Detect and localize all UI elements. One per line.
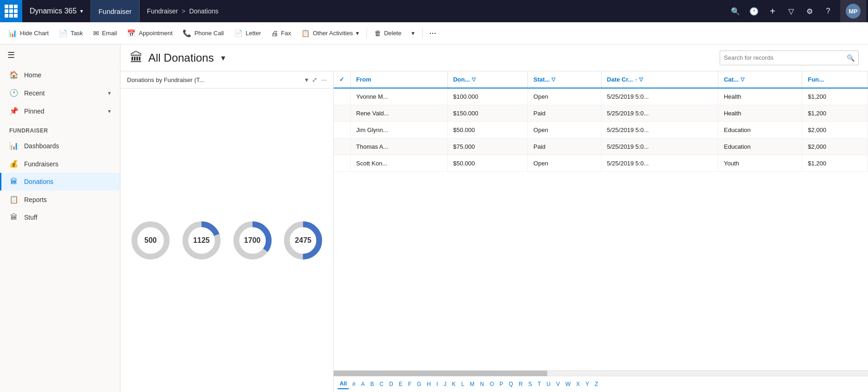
alpha-item-v[interactable]: V [554,379,562,389]
delete-chevron-button[interactable]: ▾ [407,25,419,42]
table-container[interactable]: ✓ From Don... ▽ [334,71,868,370]
alpha-item-z[interactable]: Z [592,379,600,389]
page-header: 🏛 All Donations ▾ 🔍 [120,44,868,71]
alpha-item-i[interactable]: I [434,379,440,389]
alpha-item-a[interactable]: A [359,379,367,389]
alpha-item-n[interactable]: N [478,379,487,389]
sidebar-item-recent[interactable]: 🕐 Recent ▾ [0,84,120,102]
th-status[interactable]: Stat... ▽ [528,71,601,88]
chart-more-icon[interactable]: ··· [321,76,327,83]
add-icon-button[interactable]: + [764,3,781,19]
th-check[interactable]: ✓ [334,71,350,88]
alpha-item-m[interactable]: M [468,379,477,389]
table-row[interactable]: Scott Kon... $50.000 Open 5/25/2019 5:0.… [334,155,868,172]
alpha-item-c[interactable]: C [377,379,386,389]
alpha-item-b[interactable]: B [368,379,376,389]
recent-chevron-icon: ▾ [108,90,111,96]
sidebar-item-pinned[interactable]: 📌 Pinned ▾ [0,102,120,120]
top-nav: Dynamics 365 ▾ Fundraiser Fundraiser > D… [0,0,868,22]
th-date[interactable]: Date Cr... ↑ ▽ [601,71,718,88]
row-check[interactable] [334,155,350,172]
cell-status: Open [528,122,601,139]
chart-expand-icon[interactable]: ⤢ [312,76,317,83]
sidebar-item-fundraisers[interactable]: 💰 Fundraisers [0,155,120,173]
letter-button[interactable]: 📄 Letter [229,25,266,42]
fax-button[interactable]: 🖨 Fax [266,25,296,42]
table-row[interactable]: Thomas A... $75.000 Paid 5/25/2019 5:0..… [334,139,868,155]
delete-button[interactable]: 🗑 Delete [370,25,406,42]
category-filter-icon: ▽ [741,76,744,82]
appointment-button[interactable]: 📅 Appointment [122,25,177,42]
alpha-item-x[interactable]: X [574,379,582,389]
alpha-item-all[interactable]: All [337,379,349,389]
search-icon-button[interactable]: 🔍 [727,3,744,19]
search-box[interactable]: 🔍 [720,51,859,65]
search-input[interactable] [720,54,843,61]
alpha-item-#[interactable]: # [350,379,358,389]
cell-fundraiser: $1,200 [802,155,868,172]
cell-fundraiser: $1,200 [802,105,868,122]
breadcrumb-current: Donations [189,7,218,15]
brand-chevron-icon: ▾ [80,8,83,14]
th-category[interactable]: Cat... ▽ [718,71,802,88]
alpha-item-g[interactable]: G [415,379,424,389]
task-label: Task [70,30,83,37]
sidebar-item-home[interactable]: 🏠 Home [0,66,120,84]
alpha-item-l[interactable]: L [459,379,467,389]
cell-from: Yvonne M... [350,88,447,105]
appointment-icon: 📅 [127,29,136,38]
settings-icon-button[interactable]: ⚙ [801,3,818,19]
alpha-item-w[interactable]: W [563,379,573,389]
th-donation[interactable]: Don... ▽ [447,71,527,88]
row-check[interactable] [334,105,350,122]
alpha-item-k[interactable]: K [450,379,458,389]
brand-area[interactable]: Dynamics 365 ▾ [22,0,91,22]
date-filter-icon: ▽ [639,76,643,82]
th-from[interactable]: From [350,71,447,88]
alpha-item-q[interactable]: Q [507,379,515,389]
data-table: ✓ From Don... ▽ [334,71,868,172]
alpha-item-f[interactable]: F [405,379,413,389]
row-check[interactable] [334,139,350,155]
table-row[interactable]: Rene Vald... $150.000 Paid 5/25/2019 5:0… [334,105,868,122]
filter-icon-button[interactable]: ▽ [783,3,799,19]
alpha-item-e[interactable]: E [396,379,405,389]
alpha-item-t[interactable]: T [535,379,543,389]
row-check[interactable] [334,122,350,139]
sidebar-item-reports[interactable]: 📋 Reports [0,190,120,209]
hide-chart-button[interactable]: 📊 Hide Chart [4,25,53,42]
app-grid-button[interactable] [0,0,22,22]
alpha-item-h[interactable]: H [424,379,433,389]
fundraisers-icon: 💰 [9,159,19,168]
sidebar-item-donations[interactable]: 🏛 Donations [0,173,120,190]
cell-category: Education [718,122,802,139]
horizontal-scrollbar[interactable] [334,370,868,376]
alpha-item-d[interactable]: D [387,379,396,389]
alpha-item-p[interactable]: P [497,379,506,389]
email-button[interactable]: ✉ Email [89,25,122,42]
sidebar-item-stuff[interactable]: 🏛 Stuff [0,209,120,226]
breadcrumb-root[interactable]: Fundraiser [147,7,178,15]
help-icon-button[interactable]: ? [820,3,836,19]
alpha-item-j[interactable]: J [441,379,449,389]
hamburger-button[interactable]: ☰ [0,44,120,66]
alpha-item-s[interactable]: S [526,379,534,389]
alpha-item-r[interactable]: R [516,379,525,389]
row-check[interactable] [334,88,350,105]
alpha-item-u[interactable]: U [544,379,553,389]
page-title-dropdown-icon[interactable]: ▾ [221,53,225,63]
table-row[interactable]: Jim Glynn... $50.000 Open 5/25/2019 5:0.… [334,122,868,139]
recent-icon-button[interactable]: 🕐 [746,3,762,19]
phone-call-button[interactable]: 📞 Phone Call [178,25,228,42]
table-row[interactable]: Yvonne M... $100.000 Open 5/25/2019 5:0.… [334,88,868,105]
task-button[interactable]: 📄 Task [54,25,88,42]
toolbar-more-button[interactable]: ··· [425,26,440,40]
cell-category: Youth [718,155,802,172]
sidebar-item-dashboards[interactable]: 📊 Dashboards [0,137,120,155]
chart-chevron-icon[interactable]: ▾ [305,76,308,83]
alpha-item-y[interactable]: Y [583,379,591,389]
alpha-item-o[interactable]: O [488,379,496,389]
user-area[interactable]: MP [840,0,866,22]
other-activities-button[interactable]: 📋 Other Activities ▾ [297,25,364,42]
th-fundraiser[interactable]: Fun... [802,71,868,88]
